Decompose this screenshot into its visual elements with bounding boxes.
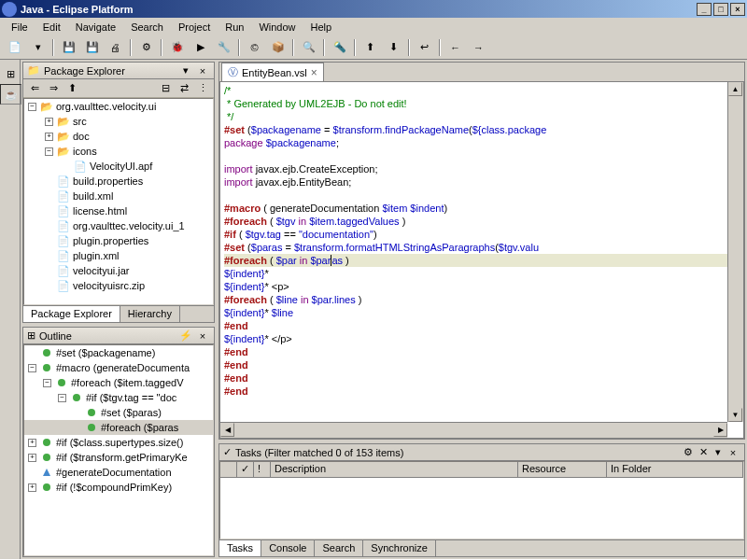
save-all-button[interactable]: 💾 xyxy=(81,37,103,58)
tree-item[interactable]: 📄plugin.xml xyxy=(24,248,213,263)
tab-package-explorer[interactable]: Package Explorer xyxy=(23,306,120,322)
outline-item[interactable]: −#macro (generateDocumenta xyxy=(24,360,213,375)
tasks-close-icon[interactable]: × xyxy=(726,445,740,460)
task-col-description[interactable]: Description xyxy=(271,462,518,478)
code-line[interactable]: #set ($paras = $transform.formatHTMLStri… xyxy=(224,241,740,254)
tab-synchronize[interactable]: Synchronize xyxy=(363,540,436,556)
tree-item[interactable]: +📂doc xyxy=(24,129,213,144)
outline-item[interactable]: #foreach ($paras xyxy=(24,420,213,435)
close-view-icon[interactable]: × xyxy=(195,63,210,78)
last-edit-button[interactable]: ↩ xyxy=(414,37,435,58)
link-editor-icon[interactable]: ⇄ xyxy=(176,81,191,96)
up-icon[interactable]: ⬆ xyxy=(64,81,79,96)
code-line[interactable]: #end xyxy=(224,345,740,358)
forward-button[interactable]: → xyxy=(468,37,489,58)
tab-console[interactable]: Console xyxy=(261,540,315,556)
tree-item[interactable]: −📂icons xyxy=(24,144,213,159)
expand-toggle[interactable]: − xyxy=(58,394,66,402)
annotation-next-button[interactable]: ⬇ xyxy=(383,37,404,58)
code-editor[interactable]: /* * Generated by UML2EJB - Do not edit!… xyxy=(219,81,744,439)
code-line[interactable]: import javax.ejb.CreateException; xyxy=(224,162,740,175)
expand-toggle[interactable]: + xyxy=(45,133,53,141)
scroll-down-button[interactable]: ▼ xyxy=(728,408,742,422)
scroll-left-button[interactable]: ◀ xyxy=(220,423,234,437)
tasks-menu-icon[interactable]: ▾ xyxy=(711,445,726,460)
code-line[interactable]: ${indent}* $line xyxy=(224,306,740,319)
outline-item[interactable]: #generateDocumentation xyxy=(24,465,213,480)
code-line[interactable]: #end xyxy=(224,371,740,385)
ext-tools-button[interactable]: 🔧 xyxy=(213,37,234,58)
outline-item[interactable]: +#if ($class.supertypes.size() xyxy=(24,435,213,450)
outline-tree[interactable]: #set ($packagename)−#macro (generateDocu… xyxy=(23,344,214,556)
vertical-scrollbar[interactable]: ▲ ▼ xyxy=(727,82,743,422)
horizontal-scrollbar[interactable]: ◀ ▶ xyxy=(220,422,727,438)
tree-item[interactable]: 📄VelocityUI.apf xyxy=(24,159,213,174)
code-line[interactable]: * Generated by UML2EJB - Do not edit! xyxy=(224,97,740,110)
search-button[interactable]: 🔦 xyxy=(329,37,350,58)
code-line[interactable] xyxy=(224,189,740,202)
code-line[interactable]: #macro ( generateDocumentation $item $in… xyxy=(224,202,740,215)
minimize-button[interactable]: _ xyxy=(697,3,712,16)
new-package-button[interactable]: 📦 xyxy=(267,37,289,58)
code-line[interactable]: import javax.ejb.EntityBean; xyxy=(224,175,740,189)
tasks-table[interactable]: ✓ ! Description Resource In Folder xyxy=(219,461,744,539)
outline-item[interactable]: −#foreach ($item.taggedV xyxy=(24,375,213,390)
tree-root[interactable]: − 📂 org.vaulttec.velocity.ui xyxy=(24,99,213,114)
tasks-filter-icon[interactable]: ⚙ xyxy=(681,445,696,460)
save-button[interactable]: 💾 xyxy=(58,37,79,58)
editor-tab[interactable]: Ⓥ EntityBean.vsl × xyxy=(221,63,324,81)
tree-item[interactable]: 📄plugin.properties xyxy=(24,233,213,248)
tab-hierarchy[interactable]: Hierarchy xyxy=(120,306,180,322)
menu-project[interactable]: Project xyxy=(171,20,218,35)
code-line[interactable]: #set ($packagename = $transform.findPack… xyxy=(224,123,740,136)
code-line[interactable]: */ xyxy=(224,110,740,123)
open-type-button[interactable]: 🔍 xyxy=(298,37,319,58)
outline-item[interactable]: #set ($packagename) xyxy=(24,345,213,360)
run-button[interactable]: ▶ xyxy=(190,37,211,58)
menu-window[interactable]: Window xyxy=(251,20,303,35)
expand-toggle[interactable]: − xyxy=(45,147,53,156)
dropdown-icon[interactable]: ▾ xyxy=(27,37,49,58)
back-button[interactable]: ← xyxy=(444,37,466,58)
code-line[interactable]: #foreach ( $line in $par.lines ) xyxy=(224,293,740,306)
task-col-done[interactable]: ✓ xyxy=(237,462,254,478)
code-line[interactable]: ${indent}* </p> xyxy=(224,332,740,345)
menu-search[interactable]: Search xyxy=(123,20,171,35)
task-col-priority[interactable]: ! xyxy=(254,462,271,478)
tree-item[interactable]: 📄build.properties xyxy=(24,174,213,189)
tab-search[interactable]: Search xyxy=(315,540,363,556)
annotation-prev-button[interactable]: ⬆ xyxy=(359,37,381,58)
package-explorer-tree[interactable]: − 📂 org.vaulttec.velocity.ui +📂src+📂doc−… xyxy=(23,98,214,305)
expand-toggle[interactable]: + xyxy=(45,118,53,126)
code-line[interactable]: #end xyxy=(224,385,740,398)
code-line[interactable]: ${indent}* <p> xyxy=(224,280,740,293)
scroll-right-button[interactable]: ▶ xyxy=(713,423,727,437)
tree-item[interactable]: +📂src xyxy=(24,114,213,129)
tree-item[interactable]: 📄build.xml xyxy=(24,189,213,203)
tree-item[interactable]: 📄velocityuisrc.zip xyxy=(24,278,213,293)
code-line[interactable]: #end xyxy=(224,319,740,332)
outline-item[interactable]: +#if ($transform.getPrimaryKe xyxy=(24,450,213,465)
expand-toggle[interactable]: − xyxy=(28,103,36,111)
menu-run[interactable]: Run xyxy=(218,20,251,35)
maximize-button[interactable]: □ xyxy=(713,3,728,16)
print-button[interactable]: 🖨 xyxy=(105,37,126,58)
expand-toggle[interactable]: − xyxy=(28,364,36,372)
build-button[interactable]: ⚙ xyxy=(135,37,157,58)
tree-item[interactable]: 📄velocityui.jar xyxy=(24,263,213,278)
code-line[interactable]: #if ( $tgv.tag == "documentation") xyxy=(224,228,740,241)
expand-toggle[interactable]: + xyxy=(28,483,36,492)
task-col-status[interactable] xyxy=(220,462,237,478)
expand-toggle[interactable]: + xyxy=(28,454,36,462)
close-tab-icon[interactable]: × xyxy=(311,66,317,79)
task-col-resource[interactable]: Resource xyxy=(518,462,607,478)
code-line[interactable]: #end xyxy=(224,358,740,371)
close-outline-icon[interactable]: × xyxy=(195,329,210,343)
forward-icon[interactable]: ⇒ xyxy=(46,81,61,96)
code-line[interactable]: package $packagename; xyxy=(224,136,740,149)
expand-toggle[interactable]: + xyxy=(28,439,36,447)
tree-item[interactable]: 📄license.html xyxy=(24,203,213,218)
tree-item[interactable]: 📄org.vaulttec.velocity.ui_1 xyxy=(24,218,213,233)
open-perspective-button[interactable]: ⊞ xyxy=(0,63,21,84)
collapse-all-icon[interactable]: ⊟ xyxy=(158,81,173,96)
